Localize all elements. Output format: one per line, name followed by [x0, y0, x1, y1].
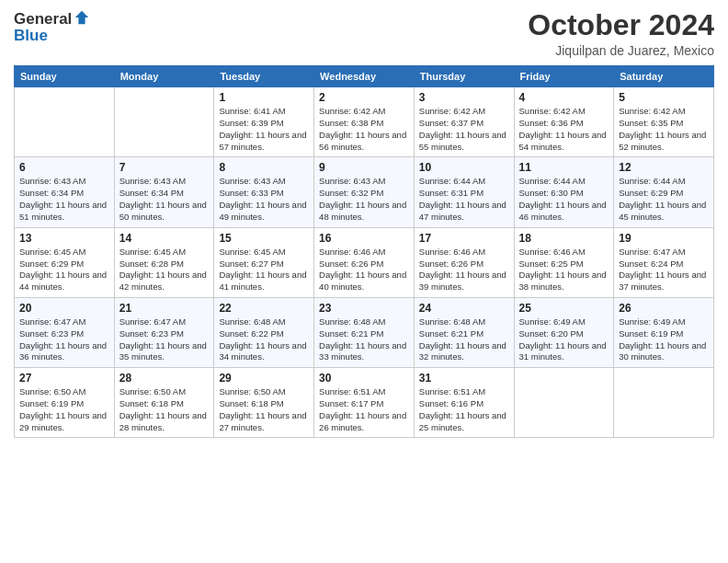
day-number: 1 — [219, 91, 309, 104]
day-info: Sunrise: 6:49 AMSunset: 6:19 PMDaylight:… — [619, 316, 709, 363]
day-info: Sunrise: 6:43 AMSunset: 6:33 PMDaylight:… — [219, 176, 309, 223]
day-number: 22 — [219, 302, 309, 315]
table-row: 18Sunrise: 6:46 AMSunset: 6:25 PMDayligh… — [514, 227, 614, 297]
calendar-table: Sunday Monday Tuesday Wednesday Thursday… — [14, 65, 714, 438]
day-info: Sunrise: 6:46 AMSunset: 6:25 PMDaylight:… — [519, 247, 609, 293]
table-row: 13Sunrise: 6:45 AMSunset: 6:29 PMDayligh… — [15, 227, 115, 297]
day-number: 8 — [219, 161, 309, 174]
table-row: 21Sunrise: 6:47 AMSunset: 6:23 PMDayligh… — [114, 297, 214, 367]
calendar-title: October 2024 — [528, 9, 714, 41]
day-info: Sunrise: 6:50 AMSunset: 6:18 PMDaylight:… — [219, 386, 309, 433]
day-info: Sunrise: 6:44 AMSunset: 6:30 PMDaylight:… — [519, 176, 609, 223]
day-info: Sunrise: 6:43 AMSunset: 6:34 PMDaylight:… — [119, 176, 210, 223]
table-row: 16Sunrise: 6:46 AMSunset: 6:26 PMDayligh… — [314, 227, 415, 297]
day-number: 10 — [419, 161, 509, 174]
day-info: Sunrise: 6:51 AMSunset: 6:17 PMDaylight:… — [319, 386, 409, 433]
day-number: 14 — [119, 232, 210, 245]
col-tuesday: Tuesday — [214, 66, 314, 87]
table-row: 4Sunrise: 6:42 AMSunset: 6:36 PMDaylight… — [514, 87, 614, 157]
col-thursday: Thursday — [414, 66, 514, 87]
day-number: 24 — [419, 302, 509, 315]
table-row: 23Sunrise: 6:48 AMSunset: 6:21 PMDayligh… — [314, 297, 415, 367]
day-info: Sunrise: 6:47 AMSunset: 6:23 PMDaylight:… — [119, 316, 210, 363]
day-info: Sunrise: 6:43 AMSunset: 6:32 PMDaylight:… — [319, 176, 409, 223]
day-number: 29 — [219, 372, 309, 385]
day-info: Sunrise: 6:42 AMSunset: 6:35 PMDaylight:… — [619, 106, 709, 153]
day-number: 3 — [419, 91, 509, 104]
table-row — [614, 368, 714, 438]
table-row: 12Sunrise: 6:44 AMSunset: 6:29 PMDayligh… — [614, 157, 714, 227]
day-info: Sunrise: 6:50 AMSunset: 6:18 PMDaylight:… — [119, 386, 210, 433]
day-info: Sunrise: 6:47 AMSunset: 6:23 PMDaylight:… — [19, 316, 109, 363]
day-number: 19 — [619, 232, 709, 245]
day-info: Sunrise: 6:47 AMSunset: 6:24 PMDaylight:… — [619, 247, 709, 293]
table-row: 17Sunrise: 6:46 AMSunset: 6:26 PMDayligh… — [414, 227, 514, 297]
day-info: Sunrise: 6:45 AMSunset: 6:29 PMDaylight:… — [19, 247, 109, 293]
day-info: Sunrise: 6:48 AMSunset: 6:21 PMDaylight:… — [319, 316, 409, 363]
calendar-week-row: 1Sunrise: 6:41 AMSunset: 6:39 PMDaylight… — [15, 87, 714, 157]
day-info: Sunrise: 6:50 AMSunset: 6:19 PMDaylight:… — [19, 386, 109, 433]
table-row: 28Sunrise: 6:50 AMSunset: 6:18 PMDayligh… — [114, 368, 214, 438]
table-row: 9Sunrise: 6:43 AMSunset: 6:32 PMDaylight… — [314, 157, 415, 227]
day-info: Sunrise: 6:42 AMSunset: 6:36 PMDaylight:… — [519, 106, 609, 153]
day-info: Sunrise: 6:42 AMSunset: 6:37 PMDaylight:… — [419, 106, 509, 153]
table-row: 19Sunrise: 6:47 AMSunset: 6:24 PMDayligh… — [614, 227, 714, 297]
table-row — [15, 87, 115, 157]
col-saturday: Saturday — [614, 66, 714, 87]
day-number: 25 — [519, 302, 609, 315]
col-wednesday: Wednesday — [314, 66, 415, 87]
table-row: 20Sunrise: 6:47 AMSunset: 6:23 PMDayligh… — [15, 297, 115, 367]
day-number: 9 — [319, 161, 409, 174]
calendar-week-row: 27Sunrise: 6:50 AMSunset: 6:19 PMDayligh… — [15, 368, 714, 438]
day-info: Sunrise: 6:43 AMSunset: 6:34 PMDaylight:… — [19, 176, 109, 223]
day-number: 23 — [319, 302, 409, 315]
logo-icon — [74, 9, 90, 26]
day-number: 20 — [19, 302, 109, 315]
day-number: 16 — [319, 232, 409, 245]
day-info: Sunrise: 6:49 AMSunset: 6:20 PMDaylight:… — [519, 316, 609, 363]
header: General Blue October 2024 Jiquilpan de J… — [14, 9, 714, 58]
table-row: 8Sunrise: 6:43 AMSunset: 6:33 PMDaylight… — [214, 157, 314, 227]
day-info: Sunrise: 6:42 AMSunset: 6:38 PMDaylight:… — [319, 106, 409, 153]
day-number: 26 — [619, 302, 709, 315]
col-friday: Friday — [514, 66, 614, 87]
day-number: 15 — [219, 232, 309, 245]
table-row: 29Sunrise: 6:50 AMSunset: 6:18 PMDayligh… — [214, 368, 314, 438]
table-row: 10Sunrise: 6:44 AMSunset: 6:31 PMDayligh… — [414, 157, 514, 227]
day-number: 21 — [119, 302, 210, 315]
logo-general-text: General — [14, 11, 72, 27]
table-row: 5Sunrise: 6:42 AMSunset: 6:35 PMDaylight… — [614, 87, 714, 157]
day-number: 7 — [119, 161, 210, 174]
day-number: 27 — [19, 372, 109, 385]
day-number: 12 — [619, 161, 709, 174]
table-row: 2Sunrise: 6:42 AMSunset: 6:38 PMDaylight… — [314, 87, 415, 157]
table-row: 14Sunrise: 6:45 AMSunset: 6:28 PMDayligh… — [114, 227, 214, 297]
col-sunday: Sunday — [15, 66, 115, 87]
table-row: 7Sunrise: 6:43 AMSunset: 6:34 PMDaylight… — [114, 157, 214, 227]
table-row — [114, 87, 214, 157]
table-row: 31Sunrise: 6:51 AMSunset: 6:16 PMDayligh… — [414, 368, 514, 438]
calendar-location: Jiquilpan de Juarez, Mexico — [528, 43, 714, 58]
day-number: 31 — [419, 372, 509, 385]
svg-marker-0 — [75, 11, 88, 24]
page: General Blue October 2024 Jiquilpan de J… — [0, 0, 728, 563]
table-row: 1Sunrise: 6:41 AMSunset: 6:39 PMDaylight… — [214, 87, 314, 157]
day-info: Sunrise: 6:45 AMSunset: 6:28 PMDaylight:… — [119, 247, 210, 293]
calendar-week-row: 6Sunrise: 6:43 AMSunset: 6:34 PMDaylight… — [15, 157, 714, 227]
table-row: 15Sunrise: 6:45 AMSunset: 6:27 PMDayligh… — [214, 227, 314, 297]
day-info: Sunrise: 6:41 AMSunset: 6:39 PMDaylight:… — [219, 106, 309, 153]
day-info: Sunrise: 6:45 AMSunset: 6:27 PMDaylight:… — [219, 247, 309, 293]
day-number: 28 — [119, 372, 210, 385]
day-info: Sunrise: 6:44 AMSunset: 6:29 PMDaylight:… — [619, 176, 709, 223]
col-monday: Monday — [114, 66, 214, 87]
table-row — [514, 368, 614, 438]
day-number: 18 — [519, 232, 609, 245]
table-row: 30Sunrise: 6:51 AMSunset: 6:17 PMDayligh… — [314, 368, 415, 438]
title-area: October 2024 Jiquilpan de Juarez, Mexico — [528, 9, 714, 58]
logo: General Blue — [14, 9, 90, 43]
table-row: 22Sunrise: 6:48 AMSunset: 6:22 PMDayligh… — [214, 297, 314, 367]
day-number: 30 — [319, 372, 409, 385]
day-info: Sunrise: 6:48 AMSunset: 6:22 PMDaylight:… — [219, 316, 309, 363]
day-number: 2 — [319, 91, 409, 104]
day-info: Sunrise: 6:46 AMSunset: 6:26 PMDaylight:… — [319, 247, 409, 293]
